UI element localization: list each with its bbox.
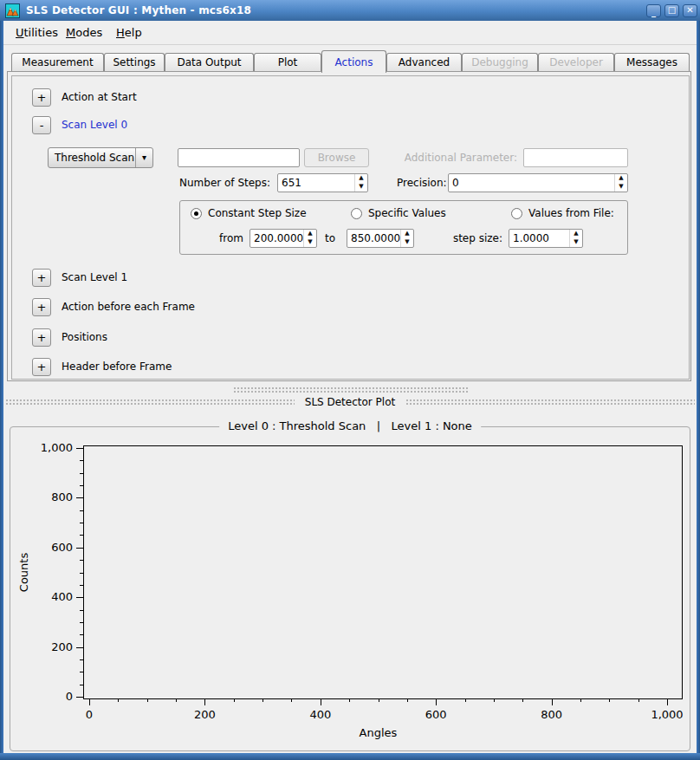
section-label: Scan Level 0 (62, 116, 127, 134)
to-value: 850.0000 (347, 230, 400, 247)
actions-scroll-area: + Action at Start - Scan Level 0 Thresho… (11, 75, 690, 380)
radio-specific-values[interactable]: Specific Values (351, 206, 446, 220)
menu-modes[interactable]: Modes (61, 21, 107, 45)
window-title: SLS Detector GUI : Mythen - mcs6x18 (26, 0, 251, 21)
expand-button[interactable]: + (32, 269, 51, 287)
step-mode-groupbox: Constant Step Size Specific Values Value… (179, 200, 628, 255)
spin-up-icon[interactable]: ▲ (401, 230, 413, 238)
dropdown-arrow-icon: ▾ (135, 148, 152, 167)
section-positions: + Positions (12, 328, 671, 348)
title-bar[interactable]: SLS Detector GUI : Mythen - mcs6x18 _ □ … (0, 0, 700, 21)
plot-canvas-frame (83, 445, 682, 698)
radio-constant-step-size[interactable]: Constant Step Size (191, 206, 307, 220)
app-window: SLS Detector GUI : Mythen - mcs6x18 _ □ … (0, 0, 700, 760)
section-action-before-each-frame: + Action before each Frame (12, 298, 671, 317)
browse-button: Browse (304, 148, 369, 167)
x-tick-label: 0 (86, 708, 93, 721)
maximize-button[interactable]: □ (664, 4, 679, 17)
number-of-steps-label: Number of Steps: (179, 173, 270, 192)
y-tick-label: 200 (51, 640, 73, 653)
section-label: Action at Start (62, 88, 137, 107)
minimize-button[interactable]: _ (646, 4, 661, 17)
spin-down-icon[interactable]: ▼ (355, 183, 367, 192)
window-border-right[interactable] (697, 21, 700, 760)
radio-icon[interactable] (511, 208, 522, 219)
spin-down-icon[interactable]: ▼ (304, 238, 316, 247)
from-label: from (219, 229, 243, 248)
from-spinbox[interactable]: 200.0000 ▲ ▼ (250, 229, 317, 248)
precision-label: Precision: (397, 173, 447, 192)
plot-canvas[interactable]: 02004006008001,00002004006008001,000Angl… (10, 427, 690, 750)
x-tick-label: 800 (541, 708, 562, 721)
number-of-steps-spinbox[interactable]: 651 ▲ ▼ (277, 173, 368, 192)
step-size-value: 1.0000 (509, 230, 569, 247)
splitter-dots (233, 386, 469, 394)
to-label: to (325, 229, 335, 248)
splitter-dots (405, 399, 695, 406)
section-label: Action before each Frame (62, 298, 195, 316)
y-tick-label: 1,000 (41, 441, 73, 454)
section-action-at-start: + Action at Start (12, 88, 671, 107)
radio-icon[interactable] (351, 208, 362, 219)
tab-plot[interactable]: Plot (254, 53, 321, 71)
additional-parameter-input (523, 148, 628, 167)
spinner-arrows[interactable]: ▲ ▼ (569, 230, 582, 247)
tab-measurement[interactable]: Measurement (11, 53, 104, 71)
expand-button[interactable]: + (32, 88, 51, 107)
spinner-arrows[interactable]: ▲ ▼ (614, 174, 627, 192)
scan-mode-value: Threshold Scan (49, 148, 135, 167)
y-tick-label: 800 (51, 490, 73, 503)
plot-groupbox: Level 0 : Threshold Scan | Level 1 : Non… (10, 426, 690, 751)
section-label: Positions (62, 328, 107, 347)
radio-icon[interactable] (191, 208, 202, 219)
tab-actions[interactable]: Actions (321, 50, 386, 73)
spin-up-icon[interactable]: ▲ (570, 230, 582, 238)
collapse-button[interactable]: - (32, 116, 51, 134)
spinner-arrows[interactable]: ▲ ▼ (400, 230, 413, 247)
spin-up-icon[interactable]: ▲ (355, 174, 367, 183)
to-spinbox[interactable]: 850.0000 ▲ ▼ (347, 229, 414, 248)
splitter-label: SLS Detector Plot (295, 396, 405, 408)
spin-down-icon[interactable]: ▼ (615, 183, 627, 192)
spinner-arrows[interactable]: ▲ ▼ (303, 230, 316, 247)
x-tick-label: 600 (425, 708, 447, 721)
radio-label: Constant Step Size (208, 207, 307, 219)
spin-down-icon[interactable]: ▼ (570, 238, 582, 247)
spin-up-icon[interactable]: ▲ (615, 174, 627, 183)
section-label: Scan Level 1 (62, 269, 127, 287)
menu-bar: Utilities Modes Help (3, 21, 697, 45)
scan-script-input[interactable] (178, 148, 300, 167)
section-label: Header before Frame (62, 358, 172, 376)
spin-up-icon[interactable]: ▲ (304, 230, 316, 238)
spin-down-icon[interactable]: ▼ (401, 238, 413, 247)
tab-advanced[interactable]: Advanced (386, 53, 462, 71)
section-scan-level-0: - Scan Level 0 (12, 116, 671, 135)
expand-button[interactable]: + (32, 358, 51, 376)
close-button[interactable]: ✕ (683, 4, 697, 17)
menu-help[interactable]: Help (111, 21, 147, 45)
scan-mode-select[interactable]: Threshold Scan ▾ (48, 147, 153, 168)
menu-utilities[interactable]: Utilities (10, 21, 63, 45)
radio-values-from-file[interactable]: Values from File: (511, 206, 614, 220)
step-size-label: step size: (445, 229, 502, 248)
splitter-handle[interactable]: SLS Detector Plot (3, 384, 697, 410)
precision-spinbox[interactable]: 0 ▲ ▼ (448, 173, 628, 192)
spinner-arrows[interactable]: ▲ ▼ (354, 174, 367, 192)
number-of-steps-value: 651 (278, 174, 354, 192)
section-header-before-frame: + Header before Frame (12, 358, 671, 377)
x-axis-title: Angles (360, 726, 398, 739)
expand-button[interactable]: + (32, 298, 51, 316)
window-border-bottom[interactable] (0, 753, 700, 760)
from-value: 200.0000 (250, 230, 303, 247)
expand-button[interactable]: + (32, 328, 51, 347)
app-mountain-icon (5, 3, 20, 18)
tab-settings[interactable]: Settings (104, 53, 165, 71)
tab-messages[interactable]: Messages (614, 53, 690, 71)
tab-data-output[interactable]: Data Output (165, 53, 254, 71)
radio-label: Values from File: (528, 207, 614, 219)
section-scan-level-1: + Scan Level 1 (12, 269, 671, 288)
x-tick-label: 400 (309, 708, 331, 721)
y-tick-label: 600 (51, 541, 73, 554)
step-size-spinbox[interactable]: 1.0000 ▲ ▼ (509, 229, 583, 248)
x-tick-label: 200 (194, 708, 216, 721)
